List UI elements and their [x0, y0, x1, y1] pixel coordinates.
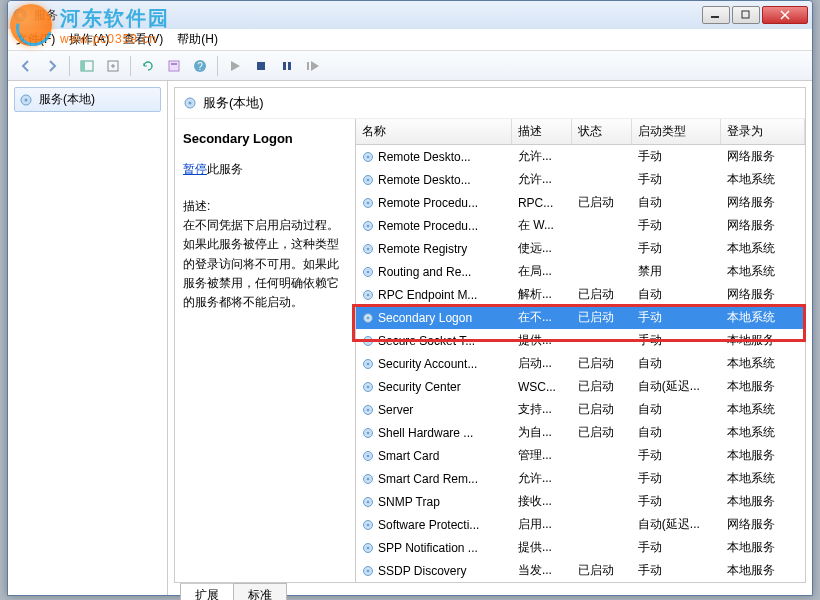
table-row[interactable]: Smart Card Rem...允许...手动本地系统: [356, 467, 805, 490]
cell-logon: 本地服务: [721, 375, 805, 398]
pause-service-link[interactable]: 暂停: [183, 162, 207, 176]
table-row[interactable]: Routing and Re...在局...禁用本地系统: [356, 260, 805, 283]
table-row[interactable]: Remote Deskto...允许...手动网络服务: [356, 145, 805, 169]
table-row[interactable]: RPC Endpoint M...解析...已启动自动网络服务: [356, 283, 805, 306]
cell-logon: 网络服务: [721, 283, 805, 306]
pause-service-button[interactable]: [275, 54, 299, 78]
gear-icon: [19, 93, 33, 107]
tab-extended[interactable]: 扩展: [180, 583, 234, 600]
minimize-button[interactable]: [702, 6, 730, 24]
cell-logon: 网络服务: [721, 214, 805, 237]
properties-button[interactable]: [162, 54, 186, 78]
table-row[interactable]: Remote Procedu...RPC...已启动自动网络服务: [356, 191, 805, 214]
titlebar[interactable]: 服务: [8, 1, 812, 29]
table-row[interactable]: Smart Card管理...手动本地服务: [356, 444, 805, 467]
stop-service-button[interactable]: [249, 54, 273, 78]
svg-point-52: [367, 524, 370, 527]
svg-point-54: [367, 547, 370, 550]
cell-logon: 本地系统: [721, 237, 805, 260]
cell-name: SPP Notification ...: [356, 536, 512, 559]
cell-desc: 当发...: [512, 559, 572, 582]
cell-startup: 自动: [632, 421, 721, 444]
col-name[interactable]: 名称: [356, 119, 512, 145]
services-list[interactable]: 名称 描述 状态 启动类型 登录为 Remote Deskto...允许...手…: [355, 119, 805, 582]
table-row[interactable]: Remote Registry使远...手动本地系统: [356, 237, 805, 260]
col-description[interactable]: 描述: [512, 119, 572, 145]
svg-point-26: [367, 225, 370, 228]
cell-status: [572, 214, 632, 237]
tab-standard[interactable]: 标准: [233, 583, 287, 600]
show-hide-button[interactable]: [75, 54, 99, 78]
cell-startup: 手动: [632, 467, 721, 490]
cell-name: Smart Card Rem...: [356, 467, 512, 490]
start-service-button[interactable]: [223, 54, 247, 78]
close-button[interactable]: [762, 6, 808, 24]
gear-icon: [183, 96, 197, 110]
svg-rect-11: [257, 62, 265, 70]
services-window: 服务 文件(F) 操作(A) 查看(V) 帮助(H) ? 服务(本地: [7, 0, 813, 596]
pause-icon: [281, 60, 293, 72]
cell-logon: 本地服务: [721, 444, 805, 467]
export-button[interactable]: [101, 54, 125, 78]
menu-help[interactable]: 帮助(H): [177, 31, 218, 48]
svg-point-24: [367, 202, 370, 205]
help-button[interactable]: ?: [188, 54, 212, 78]
back-button[interactable]: [14, 54, 38, 78]
cell-status: [572, 467, 632, 490]
table-row[interactable]: Security CenterWSC...已启动自动(延迟...本地服务: [356, 375, 805, 398]
table-row[interactable]: Remote Deskto...允许...手动本地系统: [356, 168, 805, 191]
table-row[interactable]: Secure Socket T...提供...手动本地服务: [356, 329, 805, 352]
cell-desc: 管理...: [512, 444, 572, 467]
pause-suffix: 此服务: [207, 162, 243, 176]
table-row[interactable]: SPP Notification ...提供...手动本地服务: [356, 536, 805, 559]
menu-view[interactable]: 查看(V): [123, 31, 163, 48]
table-row[interactable]: SNMP Trap接收...手动本地服务: [356, 490, 805, 513]
cell-logon: 本地服务: [721, 536, 805, 559]
svg-point-32: [367, 294, 370, 297]
svg-point-20: [367, 156, 370, 159]
cell-startup: 自动(延迟...: [632, 375, 721, 398]
refresh-icon: [141, 59, 155, 73]
cell-logon: 网络服务: [721, 513, 805, 536]
cell-name: Security Center: [356, 375, 512, 398]
col-logon-as[interactable]: 登录为: [721, 119, 805, 145]
cell-logon: 本地服务: [721, 329, 805, 352]
menu-file[interactable]: 文件(F): [16, 31, 55, 48]
export-icon: [106, 59, 120, 73]
maximize-button[interactable]: [732, 6, 760, 24]
cell-status: 已启动: [572, 375, 632, 398]
col-startup-type[interactable]: 启动类型: [632, 119, 721, 145]
selected-service-title: Secondary Logon: [183, 129, 347, 150]
tree-root-services-local[interactable]: 服务(本地): [14, 87, 161, 112]
cell-desc: 启用...: [512, 513, 572, 536]
table-row[interactable]: Software Protecti...启用...自动(延迟...网络服务: [356, 513, 805, 536]
table-row[interactable]: Server支持...已启动自动本地系统: [356, 398, 805, 421]
table-row[interactable]: Shell Hardware ...为自...已启动自动本地系统: [356, 421, 805, 444]
cell-name: Server: [356, 398, 512, 421]
col-status[interactable]: 状态: [572, 119, 632, 145]
menu-action[interactable]: 操作(A): [69, 31, 109, 48]
table-row[interactable]: Security Account...启动...已启动自动本地系统: [356, 352, 805, 375]
table-row[interactable]: Secondary Logon在不...已启动手动本地系统: [356, 306, 805, 329]
arrow-right-icon: [45, 59, 59, 73]
svg-rect-5: [81, 61, 85, 71]
cell-desc: 允许...: [512, 467, 572, 490]
cell-startup: 自动: [632, 283, 721, 306]
restart-service-button[interactable]: [301, 54, 325, 78]
cell-startup: 自动: [632, 191, 721, 214]
window-title: 服务: [34, 7, 702, 24]
cell-logon: 本地服务: [721, 559, 805, 582]
table-row[interactable]: Remote Procedu...在 W...手动网络服务: [356, 214, 805, 237]
cell-logon: 本地系统: [721, 168, 805, 191]
refresh-button[interactable]: [136, 54, 160, 78]
cell-name: Security Account...: [356, 352, 512, 375]
svg-rect-13: [288, 62, 291, 70]
cell-logon: 网络服务: [721, 191, 805, 214]
cell-desc: 在 W...: [512, 214, 572, 237]
cell-logon: 本地系统: [721, 421, 805, 444]
svg-point-56: [367, 570, 370, 573]
cell-desc: 为自...: [512, 421, 572, 444]
table-row[interactable]: SSDP Discovery当发...已启动手动本地服务: [356, 559, 805, 582]
cell-desc: 启动...: [512, 352, 572, 375]
forward-button[interactable]: [40, 54, 64, 78]
